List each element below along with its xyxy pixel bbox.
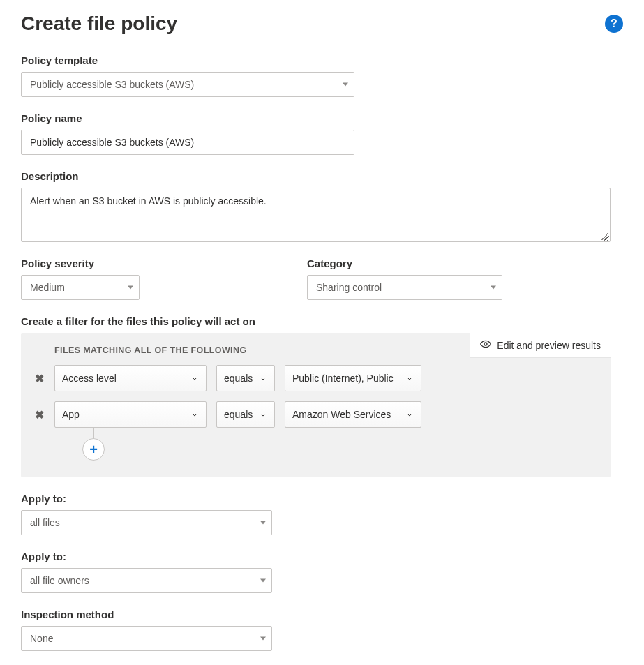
severity-select[interactable]: Medium	[21, 275, 140, 300]
remove-filter-button[interactable]: ✖	[33, 408, 45, 421]
filter-operator-select[interactable]: equals	[216, 365, 275, 391]
category-select[interactable]: Sharing control	[307, 275, 502, 300]
chevron-down-icon	[405, 410, 414, 421]
chevron-down-icon	[343, 83, 348, 87]
apply-files-value: all files	[30, 517, 60, 528]
apply-owners-value: all file owners	[30, 575, 89, 586]
chevron-down-icon	[128, 286, 133, 290]
filter-heading: Create a filter for the files this polic…	[21, 315, 623, 327]
filter-field-select[interactable]: App	[54, 401, 207, 428]
description-value: Alert when an S3 bucket in AWS is public…	[30, 195, 267, 207]
help-icon[interactable]: ?	[605, 15, 623, 33]
inspection-value: None	[30, 633, 53, 644]
filter-field-select[interactable]: Access level	[54, 365, 207, 391]
chevron-down-icon	[260, 637, 266, 641]
chevron-down-icon	[259, 374, 267, 385]
add-filter-button[interactable]: +	[82, 438, 105, 461]
category-label: Category	[307, 257, 502, 269]
edit-preview-label: Edit and preview results	[497, 340, 601, 351]
inspection-label: Inspection method	[21, 608, 623, 620]
policy-template-label: Policy template	[21, 54, 623, 66]
chevron-down-icon	[491, 286, 496, 290]
description-label: Description	[21, 170, 623, 182]
apply-owners-select[interactable]: all file owners	[21, 568, 272, 593]
eye-icon	[480, 338, 491, 352]
inspection-select[interactable]: None	[21, 626, 272, 651]
apply-files-select[interactable]: all files	[21, 510, 272, 535]
chevron-down-icon	[190, 374, 199, 385]
severity-value: Medium	[30, 282, 65, 293]
filter-value-value: Public (Internet), Public	[292, 373, 394, 384]
policy-template-value: Publicly accessible S3 buckets (AWS)	[30, 79, 194, 90]
svg-point-0	[484, 343, 487, 345]
apply-owners-label: Apply to:	[21, 551, 623, 562]
chevron-down-icon	[260, 579, 266, 583]
description-textarea[interactable]: Alert when an S3 bucket in AWS is public…	[21, 188, 611, 242]
chevron-down-icon	[260, 521, 266, 525]
category-value: Sharing control	[316, 282, 382, 293]
policy-template-select[interactable]: Publicly accessible S3 buckets (AWS)	[21, 72, 354, 97]
filter-operator-select[interactable]: equals	[216, 401, 275, 428]
filter-row: ✖ Access level equals Public (Internet),…	[33, 365, 598, 391]
filter-panel: Edit and preview results FILES MATCHING …	[21, 333, 611, 477]
filter-field-value: App	[62, 409, 80, 420]
page-title: Create file policy	[21, 13, 177, 35]
filter-value-value: Amazon Web Services	[292, 409, 391, 420]
filter-value-select[interactable]: Amazon Web Services	[285, 401, 421, 428]
edit-preview-button[interactable]: Edit and preview results	[470, 333, 611, 358]
policy-name-label: Policy name	[21, 112, 623, 124]
severity-label: Policy severity	[21, 257, 140, 269]
policy-name-input[interactable]: Publicly accessible S3 buckets (AWS)	[21, 130, 354, 155]
chevron-down-icon	[190, 410, 199, 421]
filter-value-select[interactable]: Public (Internet), Public	[285, 365, 421, 391]
plus-icon: +	[89, 442, 98, 456]
add-filter-connector	[93, 428, 94, 439]
filter-row: ✖ App equals Amazon Web Services	[33, 401, 598, 428]
filter-operator-value: equals	[224, 409, 253, 420]
filter-operator-value: equals	[224, 373, 253, 384]
chevron-down-icon	[259, 410, 267, 421]
policy-name-value: Publicly accessible S3 buckets (AWS)	[30, 137, 194, 148]
chevron-down-icon	[405, 374, 414, 385]
remove-filter-button[interactable]: ✖	[33, 372, 45, 385]
apply-files-label: Apply to:	[21, 493, 623, 505]
filter-field-value: Access level	[62, 373, 117, 384]
